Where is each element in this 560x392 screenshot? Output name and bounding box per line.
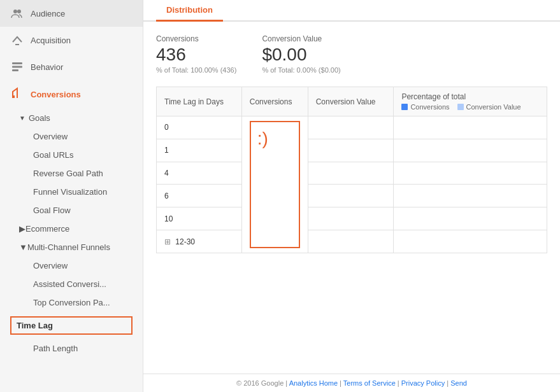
cell-lag-4: 4: [157, 162, 242, 185]
sidebar-label-audience: Audience: [31, 9, 65, 18]
svg-point-0: [13, 10, 17, 13]
sidebar-item-goal-urls[interactable]: Goal URLs: [0, 146, 143, 164]
cell-lag-10: 10: [157, 207, 242, 230]
conversions-metric-value: 436: [156, 45, 236, 65]
cell-val-10: [308, 207, 394, 230]
cell-pct-4: [394, 162, 547, 185]
conversions-metric: Conversions 436 % of Total: 100.00% (436…: [156, 34, 236, 74]
conversion-value-sub: % of Total: 0.00% ($0.00): [262, 66, 340, 74]
cell-val-12-30: [308, 230, 394, 253]
cell-pct-6: [394, 185, 547, 207]
tab-bar: Distribution: [143, 0, 560, 22]
cell-pct-1: [394, 139, 547, 162]
cell-lag-1: 1: [157, 139, 242, 162]
data-table: Time Lag in Days Conversions Conversion …: [156, 87, 547, 253]
th-time-lag[interactable]: Time Lag in Days: [157, 87, 242, 116]
footer-copyright: © 2016 Google: [236, 379, 284, 387]
sidebar-item-behavior[interactable]: Behavior: [0, 53, 143, 80]
sidebar-item-goal-flow[interactable]: Goal Flow: [0, 201, 143, 220]
cell-pct-0: [394, 116, 547, 139]
sidebar-goals-label: Goals: [29, 113, 50, 123]
conversion-value-value: $0.00: [262, 45, 340, 65]
cell-lag-6: 6: [157, 185, 242, 207]
th-conversions[interactable]: Conversions: [241, 87, 308, 116]
cell-val-0: [308, 116, 394, 139]
sidebar-ecommerce-label: Ecommerce: [25, 224, 69, 234]
cell-lag-0: 0: [157, 116, 242, 139]
sidebar-item-acquisition[interactable]: Acquisition: [0, 27, 143, 53]
svg-rect-5: [13, 95, 15, 98]
sidebar-goals-header[interactable]: ▼ Goals: [0, 109, 143, 127]
conversion-value-label: Conversion Value: [262, 34, 340, 43]
table-row: 4: [157, 162, 547, 185]
metrics-row: Conversions 436 % of Total: 100.00% (436…: [156, 34, 547, 74]
chart-area: :): [250, 121, 300, 248]
sidebar-label-behavior: Behavior: [31, 62, 63, 72]
th-conversion-value[interactable]: Conversion Value: [308, 87, 394, 116]
sidebar-item-time-lag[interactable]: Time Lag: [10, 316, 133, 335]
cell-val-6: [308, 185, 394, 207]
sidebar-item-top-conversion-pa[interactable]: Top Conversion Pa...: [0, 293, 143, 312]
cell-pct-12-30: [394, 230, 547, 253]
svg-point-1: [17, 10, 21, 13]
conversions-icon: [10, 87, 24, 102]
cell-conv-0: :): [241, 116, 308, 253]
sidebar-item-mcf-overview[interactable]: Overview: [0, 256, 143, 275]
cell-pct-10: [394, 207, 547, 230]
main-content: Distribution Conversions 436 % of Total:…: [143, 0, 560, 392]
sidebar-item-conversions[interactable]: Conversions: [0, 80, 143, 109]
goals-arrow-icon: ▼: [19, 115, 25, 122]
expand-icon[interactable]: ⊞: [164, 237, 171, 246]
behavior-icon: [10, 60, 24, 74]
sidebar-ecommerce-header[interactable]: ▶ Ecommerce: [0, 220, 143, 238]
svg-rect-3: [12, 66, 22, 68]
mcf-arrow-icon: ▼: [19, 242, 27, 252]
chart-legend: Conversions Conversion Value: [401, 103, 539, 111]
chart-smiley: :): [257, 129, 268, 149]
sidebar-item-assisted-conversions[interactable]: Assisted Conversi...: [0, 275, 143, 293]
sidebar-item-reverse-goal-path[interactable]: Reverse Goal Path: [0, 164, 143, 183]
footer-send[interactable]: Send: [450, 379, 467, 387]
sidebar-item-time-lag-wrapper: Time Lag: [5, 313, 138, 338]
sidebar-item-audience[interactable]: Audience: [0, 0, 143, 27]
cell-val-4: [308, 162, 394, 185]
th-percentage[interactable]: Percentage of total Conversions Conversi…: [394, 87, 547, 116]
content-area: Conversions 436 % of Total: 100.00% (436…: [143, 22, 560, 374]
table-row: 10: [157, 207, 547, 230]
acquisition-icon: [10, 33, 24, 47]
audience-icon: [10, 6, 24, 20]
sidebar-label-acquisition: Acquisition: [31, 36, 71, 45]
svg-rect-4: [12, 69, 18, 71]
sidebar-item-overview[interactable]: Overview: [0, 127, 143, 146]
footer-analytics-home[interactable]: Analytics Home: [289, 379, 338, 387]
sidebar-label-conversions: Conversions: [31, 90, 81, 99]
table-row: 1: [157, 139, 547, 162]
conversions-metric-label: Conversions: [156, 34, 236, 43]
legend-conversions-dot: [401, 104, 408, 110]
ecommerce-arrow-icon: ▶: [19, 224, 25, 234]
footer: © 2016 Google | Analytics Home | Terms o…: [143, 374, 560, 392]
cell-lag-12-30: ⊞ 12-30: [157, 230, 242, 253]
table-row: 0 :): [157, 116, 547, 139]
footer-terms[interactable]: Terms of Service: [343, 379, 396, 387]
legend-conversions: Conversions: [401, 103, 449, 111]
sidebar-mcf-label: Multi-Channel Funnels: [27, 242, 110, 252]
table-row: ⊞ 12-30: [157, 230, 547, 253]
svg-rect-2: [12, 62, 22, 64]
conversions-metric-sub: % of Total: 100.00% (436): [156, 66, 236, 74]
table-row: 6: [157, 185, 547, 207]
conversion-value-metric: Conversion Value $0.00 % of Total: 0.00%…: [262, 34, 340, 74]
cell-val-1: [308, 139, 394, 162]
footer-privacy[interactable]: Privacy Policy: [401, 379, 445, 387]
sidebar-item-path-length[interactable]: Path Length: [0, 339, 143, 358]
legend-conversion-value: Conversion Value: [457, 103, 521, 111]
sidebar: Audience Acquisition Behavior Conversion…: [0, 0, 143, 392]
legend-conversion-value-dot: [457, 104, 464, 110]
tab-distribution[interactable]: Distribution: [156, 0, 223, 22]
sidebar-mcf-header[interactable]: ▼ Multi-Channel Funnels: [0, 238, 143, 256]
sidebar-item-funnel-visualization[interactable]: Funnel Visualization: [0, 183, 143, 201]
